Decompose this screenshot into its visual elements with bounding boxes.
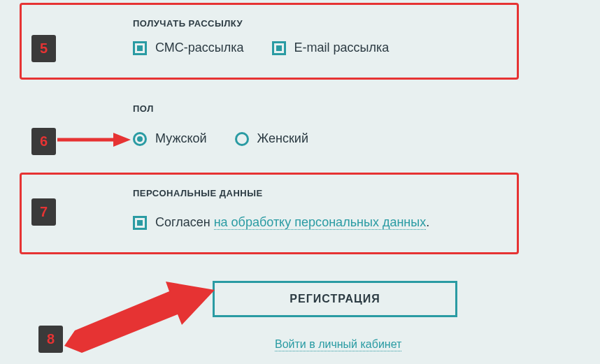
annotation-number-6: 6	[31, 128, 56, 155]
svg-marker-1	[113, 133, 131, 147]
annotation-box-7	[20, 173, 519, 254]
gender-male-label: Мужской	[155, 131, 207, 146]
arrow-icon	[64, 276, 218, 353]
radio-unselected-icon	[235, 132, 249, 146]
radio-selected-icon	[133, 132, 147, 146]
gender-female-radio[interactable]: Женский	[235, 131, 308, 146]
annotation-box-5	[20, 3, 519, 80]
svg-marker-2	[64, 282, 215, 353]
gender-female-label: Женский	[257, 131, 308, 146]
annotation-number-8: 8	[38, 326, 63, 353]
register-button[interactable]: РЕГИСТРАЦИЯ	[213, 281, 457, 317]
annotation-number-7: 7	[31, 198, 56, 226]
arrow-icon	[57, 133, 131, 147]
login-link[interactable]: Войти в личный кабинет	[275, 338, 401, 351]
gender-heading: ПОЛ	[133, 103, 154, 114]
annotation-number-5: 5	[31, 35, 56, 62]
gender-male-radio[interactable]: Мужской	[133, 131, 207, 146]
